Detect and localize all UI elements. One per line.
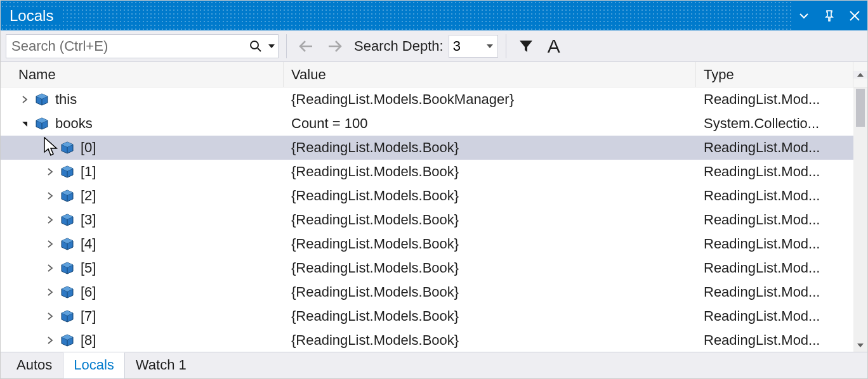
toolbar: Search Depth: 3 A	[1, 30, 867, 62]
depth-combo[interactable]: 3	[449, 35, 498, 58]
tree-row[interactable]: [0]{ReadingList.Models.Book}ReadingList.…	[1, 136, 867, 160]
search-dropdown-button[interactable]	[265, 42, 278, 50]
cell-type: ReadingList.Mod...	[696, 328, 853, 352]
tree-row[interactable]: [4]{ReadingList.Models.Book}ReadingList.…	[1, 232, 867, 256]
close-button[interactable]	[842, 1, 867, 30]
svg-line-3	[258, 48, 261, 51]
svg-marker-4	[268, 44, 275, 48]
tree-row[interactable]: [6]{ReadingList.Models.Book}ReadingList.…	[1, 280, 867, 304]
cell-name: [6]	[1, 280, 284, 304]
cell-value: {ReadingList.Models.Book}	[284, 328, 696, 352]
cell-value: {ReadingList.Models.Book}	[284, 232, 696, 256]
tab-autos[interactable]: Autos	[6, 352, 63, 379]
svg-marker-13	[22, 122, 27, 127]
scroll-up-button[interactable]	[853, 71, 867, 79]
row-name: [8]	[81, 332, 96, 349]
cell-name: books	[1, 112, 284, 136]
tree-row[interactable]: [2]{ReadingList.Models.Book}ReadingList.…	[1, 184, 867, 208]
cell-value: {ReadingList.Models.Book}	[284, 160, 696, 184]
tree-row[interactable]: booksCount = 100System.Collectio...	[1, 112, 867, 136]
scroll-up-icon	[857, 71, 864, 79]
row-name: [0]	[81, 139, 96, 156]
cell-type: ReadingList.Mod...	[696, 256, 853, 280]
scroll-down-icon	[857, 342, 864, 349]
object-cube-icon	[60, 141, 74, 155]
titlebar-title: Locals	[1, 7, 62, 25]
cell-name: [1]	[1, 160, 284, 184]
scrollbar-thumb[interactable]	[856, 89, 865, 127]
object-cube-icon	[60, 189, 74, 203]
row-name: [7]	[81, 308, 96, 324]
svg-marker-7	[487, 44, 493, 48]
tree-row[interactable]: [8]{ReadingList.Models.Book}ReadingList.…	[1, 328, 867, 352]
chevron-down-icon	[268, 42, 275, 50]
depth-value: 3	[453, 38, 486, 55]
tree-row[interactable]: [1]{ReadingList.Models.Book}ReadingList.…	[1, 160, 867, 184]
svg-marker-8	[520, 41, 532, 52]
tab-locals[interactable]: Locals	[63, 352, 125, 379]
cell-name: [4]	[1, 232, 284, 256]
cell-type: ReadingList.Mod...	[696, 232, 853, 256]
object-cube-icon	[35, 117, 49, 131]
vertical-scrollbar[interactable]	[853, 87, 867, 352]
search-box[interactable]	[6, 34, 279, 58]
column-header-type[interactable]: Type	[696, 62, 853, 87]
expand-down-icon[interactable]	[18, 120, 31, 127]
nav-back-button[interactable]	[294, 34, 319, 58]
cell-value: {ReadingList.Models.BookManager}	[284, 87, 696, 112]
search-input[interactable]	[6, 38, 246, 55]
expand-right-icon[interactable]	[44, 144, 56, 151]
locals-window: Locals Search Depth:	[0, 0, 868, 379]
expand-right-icon[interactable]	[44, 312, 56, 320]
nav-forward-button[interactable]	[322, 34, 346, 58]
cell-type: System.Collectio...	[696, 112, 853, 136]
expand-right-icon[interactable]	[44, 288, 56, 296]
cell-type: ReadingList.Mod...	[696, 184, 853, 208]
cell-value: {ReadingList.Models.Book}	[284, 184, 696, 208]
toolbar-divider	[506, 34, 506, 58]
window-position-button[interactable]	[791, 1, 817, 30]
search-icon	[246, 40, 265, 53]
cell-name: [2]	[1, 184, 284, 208]
column-header-name[interactable]: Name	[1, 62, 284, 87]
cell-type: ReadingList.Mod...	[696, 136, 853, 160]
column-header-value[interactable]: Value	[284, 62, 696, 87]
cell-name: [8]	[1, 328, 284, 352]
expand-right-icon[interactable]	[44, 240, 56, 248]
column-headers: Name Value Type	[1, 62, 867, 87]
tree-row[interactable]: this{ReadingList.Models.BookManager}Read…	[1, 87, 867, 112]
object-cube-icon	[60, 309, 74, 323]
tree-row[interactable]: [3]{ReadingList.Models.Book}ReadingList.…	[1, 208, 867, 232]
expand-right-icon[interactable]	[44, 168, 56, 176]
cell-type: ReadingList.Mod...	[696, 280, 853, 304]
tab-watch-1[interactable]: Watch 1	[125, 352, 197, 379]
expand-right-icon[interactable]	[44, 264, 56, 272]
expand-right-icon[interactable]	[44, 216, 56, 224]
tree-row[interactable]: [5]{ReadingList.Models.Book}ReadingList.…	[1, 256, 867, 280]
cell-name: this	[1, 87, 284, 112]
object-cube-icon	[60, 213, 74, 227]
pin-button[interactable]	[817, 1, 842, 30]
svg-marker-9	[857, 73, 864, 77]
tree-row[interactable]: [7]{ReadingList.Models.Book}ReadingList.…	[1, 304, 867, 328]
expand-right-icon[interactable]	[18, 96, 31, 103]
svg-marker-44	[857, 344, 864, 347]
filter-button[interactable]	[514, 34, 538, 58]
expand-right-icon[interactable]	[44, 192, 56, 200]
text-format-icon: A	[548, 35, 560, 57]
titlebar: Locals	[1, 1, 867, 30]
row-name: [6]	[81, 284, 96, 300]
close-icon	[849, 10, 860, 22]
row-name: [4]	[81, 236, 96, 252]
toolbar-divider	[286, 34, 287, 58]
cell-name: [3]	[1, 208, 284, 232]
expand-right-icon[interactable]	[44, 337, 56, 344]
svg-point-2	[251, 41, 258, 49]
bottom-tabs: AutosLocalsWatch 1	[1, 352, 867, 378]
cell-name: [7]	[1, 304, 284, 328]
cell-name: [0]	[1, 136, 284, 160]
cell-value: {ReadingList.Models.Book}	[284, 208, 696, 232]
text-format-button[interactable]: A	[542, 34, 566, 58]
arrow-right-icon	[326, 38, 343, 55]
object-cube-icon	[60, 237, 74, 251]
